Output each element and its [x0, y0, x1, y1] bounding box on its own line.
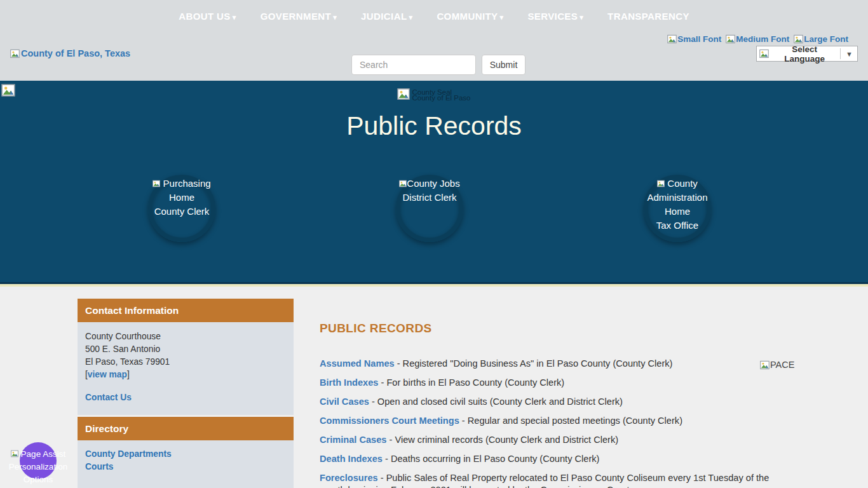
record-item: Civil Cases - Open and closed civil suit…: [320, 396, 788, 408]
directory-title: Directory: [78, 417, 294, 440]
sidebar: Contact Information County Courthouse 50…: [78, 299, 294, 488]
directory-panel: Directory County Departments Courts: [78, 417, 294, 488]
page-assist-label: Page Assist Personalization Options: [0, 448, 78, 486]
main-nav: ABOUT US▾ GOVERNMENT▾ JUDICIAL▾ COMMUNIT…: [0, 0, 868, 32]
district-clerk-link[interactable]: District Clerk: [403, 192, 457, 203]
tax-office-link[interactable]: Tax Office: [656, 220, 698, 231]
medium-font-link[interactable]: Medium Font: [726, 34, 789, 44]
chevron-down-icon: ▾: [499, 13, 503, 21]
divider: [840, 48, 841, 59]
foreclosures-link[interactable]: Foreclosures: [320, 473, 378, 483]
address-line: County Courthouse: [85, 330, 286, 343]
county-seal-image: County Seal County of El Paso: [0, 88, 868, 101]
small-font-link[interactable]: Small Font: [667, 34, 721, 44]
nav-transparency[interactable]: TRANSPARENCY: [607, 11, 689, 22]
view-map-line: [view map]: [85, 369, 286, 381]
dropdown-arrow-icon: ▼: [844, 50, 855, 58]
accent-divider: [0, 284, 868, 287]
chevron-down-icon: ▾: [580, 13, 583, 21]
chevron-down-icon: ▾: [409, 13, 412, 21]
broken-image-icon: [397, 88, 410, 100]
quick-link-circle-administration: County Administration Home Tax Office: [644, 175, 711, 242]
language-selector[interactable]: Select Language ▼: [756, 46, 858, 62]
record-item: Death Indexes - Deaths occurring in El P…: [320, 453, 788, 465]
search-input[interactable]: [351, 55, 476, 75]
site-header: ABOUT US▾ GOVERNMENT▾ JUDICIAL▾ COMMUNIT…: [0, 0, 868, 81]
section-heading: PUBLIC RECORDS: [320, 322, 432, 336]
page-assist-button[interactable]: Page Assist Personalization Options: [20, 442, 57, 479]
record-item: Criminal Cases - View criminal records (…: [320, 434, 788, 446]
font-size-controls: Small Font Medium Font Large Font: [667, 34, 848, 44]
address-line: 500 E. San Antonio: [85, 343, 286, 356]
view-map-link[interactable]: view map: [88, 370, 127, 379]
chevron-down-icon: ▾: [233, 13, 236, 21]
pace-alt-text: PACE: [770, 360, 794, 370]
chevron-down-icon: ▾: [333, 13, 337, 21]
record-item: Birth Indexes - For births in El Paso Co…: [320, 377, 788, 389]
civil-cases-link[interactable]: Civil Cases: [320, 396, 369, 407]
google-translate-icon: [759, 49, 769, 58]
contact-information-title: Contact Information: [78, 299, 294, 322]
broken-image-icon: [667, 34, 677, 44]
public-records-list: Assumed Names - Registered "Doing Busine…: [320, 358, 788, 488]
broken-image-icon: [760, 360, 770, 370]
page-title: Public Records: [0, 111, 868, 141]
county-jobs-link[interactable]: County Jobs: [399, 178, 459, 189]
courts-link[interactable]: Courts: [85, 461, 286, 473]
record-item: Commissioners Court Meetings - Regular a…: [320, 415, 788, 427]
language-selector-label: Select Language: [772, 44, 837, 64]
assumed-names-link[interactable]: Assumed Names: [320, 358, 395, 369]
purchasing-home-link[interactable]: Purchasing Home: [153, 178, 210, 203]
county-clerk-link[interactable]: County Clerk: [154, 206, 210, 217]
nav-judicial[interactable]: JUDICIAL▾: [361, 11, 412, 22]
pace-image: PACE: [760, 360, 794, 370]
county-administration-home-link[interactable]: County Administration Home: [647, 178, 707, 217]
nav-government[interactable]: GOVERNMENT▾: [261, 11, 337, 22]
address-line: El Paso, Texas 79901: [85, 356, 286, 369]
quick-link-circle-purchasing: Purchasing Home County Clerk: [148, 175, 215, 242]
quick-link-circle-jobs: County Jobs District Clerk: [396, 175, 463, 242]
nav-services[interactable]: SERVICES▾: [527, 11, 583, 22]
broken-image-icon: [153, 180, 160, 187]
site-logo-alt-text: County of El Paso, Texas: [21, 48, 130, 58]
search-submit-button[interactable]: Submit: [482, 55, 526, 75]
death-indexes-link[interactable]: Death Indexes: [320, 454, 383, 464]
nav-about-us[interactable]: ABOUT US▾: [179, 11, 236, 22]
contact-information-panel: Contact Information County Courthouse 50…: [78, 299, 294, 415]
contact-us-link[interactable]: Contact Us: [85, 393, 132, 402]
criminal-cases-link[interactable]: Criminal Cases: [320, 435, 386, 445]
county-seal-alt-text: County Seal County of El Paso: [412, 90, 470, 101]
broken-image-icon: [657, 180, 665, 187]
broken-image-icon: [11, 450, 18, 458]
broken-image-icon: [10, 49, 20, 58]
broken-image-icon: [399, 180, 407, 187]
hero-banner: County Seal County of El Paso Public Rec…: [0, 81, 868, 282]
broken-image-icon: [794, 34, 803, 44]
large-font-link[interactable]: Large Font: [794, 34, 848, 44]
county-departments-link[interactable]: County Departments: [85, 448, 286, 461]
nav-community[interactable]: COMMUNITY▾: [437, 11, 503, 22]
birth-indexes-link[interactable]: Birth Indexes: [320, 377, 378, 388]
site-logo-link[interactable]: County of El Paso, Texas: [10, 48, 130, 58]
record-item: Assumed Names - Registered "Doing Busine…: [320, 358, 788, 370]
commissioners-court-meetings-link[interactable]: Commissioners Court Meetings: [320, 416, 459, 426]
record-item: Foreclosures - Public Sales of Real Prop…: [320, 472, 788, 488]
broken-image-icon: [726, 34, 735, 44]
